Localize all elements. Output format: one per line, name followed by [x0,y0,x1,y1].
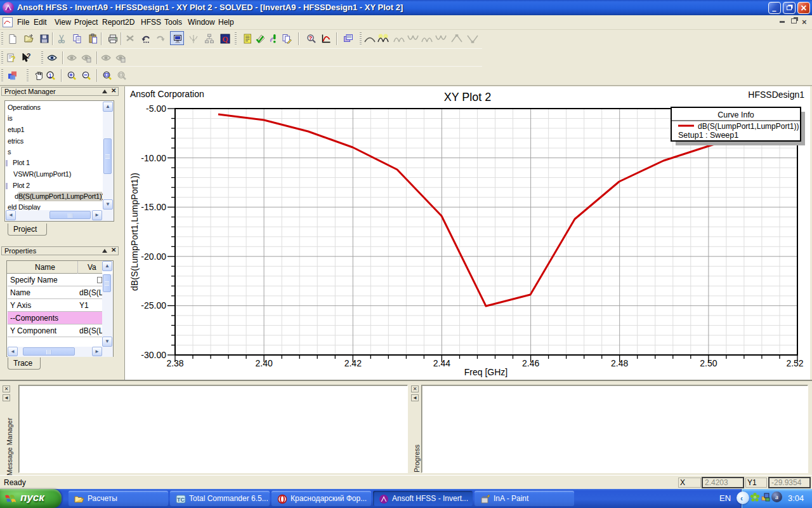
svg-text:Setup1 : Sweep1: Setup1 : Sweep1 [678,131,738,140]
svg-text:?: ? [27,53,31,60]
svg-text:-10.00: -10.00 [141,153,166,163]
svg-text:2.44: 2.44 [433,358,450,368]
svg-text:2.52: 2.52 [786,358,803,368]
svg-text:-25.00: -25.00 [141,300,166,311]
svg-text:?: ? [11,55,15,63]
svg-text:Q: Q [222,35,228,44]
svg-text:?: ? [309,35,313,41]
svg-text:1: 1 [48,72,51,79]
svg-text:2.48: 2.48 [611,358,628,368]
svg-text:dB(S(LumpPort1,LumpPort1)): dB(S(LumpPort1,LumpPort1)) [698,122,799,131]
svg-text:-30.00: -30.00 [141,350,166,360]
svg-text:2.46: 2.46 [522,358,539,368]
svg-text:2.38: 2.38 [166,358,183,368]
svg-text:-20.00: -20.00 [141,251,166,262]
svg-text:2.50: 2.50 [700,358,717,368]
svg-text:Ansoft Corporation: Ansoft Corporation [130,89,204,99]
svg-text:2.42: 2.42 [344,358,362,368]
svg-text:-15.00: -15.00 [141,202,166,212]
svg-text:Freq [GHz]: Freq [GHz] [464,367,508,377]
svg-text:dB(S(LumpPort1,LumpPort1)): dB(S(LumpPort1,LumpPort1)) [129,173,140,291]
svg-text:XY Plot 2: XY Plot 2 [444,91,492,104]
svg-text:HFSSDesign1: HFSSDesign1 [748,90,804,100]
svg-text:Curve Info: Curve Info [717,110,754,119]
svg-text:2.40: 2.40 [255,358,272,368]
svg-text:-5.00: -5.00 [146,104,166,114]
